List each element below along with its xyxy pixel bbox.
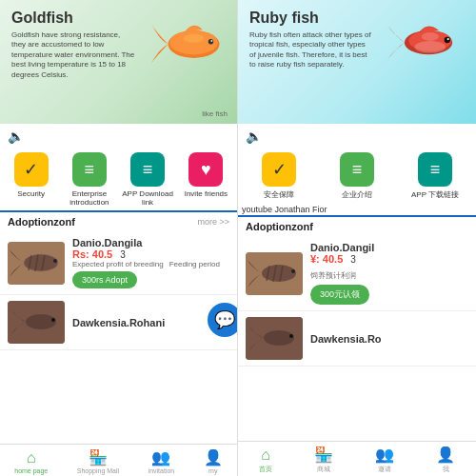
invite-icon-box: ♥ xyxy=(188,152,223,187)
left-fish-item-1: Danio.Dangila Rs: 40.5 3 Expected profit… xyxy=(0,231,237,295)
right-download-label: APP 下载链接 xyxy=(411,189,459,200)
rubyfish-image xyxy=(386,14,471,76)
right-download-menu-item[interactable]: ≡ APP 下载链接 xyxy=(409,152,462,200)
danio-price-row-right: ¥: 40.5 3 xyxy=(310,253,468,265)
danio-count-left: 3 xyxy=(120,249,126,260)
danio-price-row-left: Rs: 40.5 3 xyxy=(72,248,229,260)
nav-my-left[interactable]: 👤 my xyxy=(204,448,223,474)
my-icon-right: 👤 xyxy=(436,446,455,464)
danio-info-right: Danio.Dangil ¥: 40.5 3 饲养预计利润 300元认领 xyxy=(310,242,468,305)
chat-support-button[interactable]: 💬 xyxy=(208,303,238,337)
danio-name-left: Danio.Dangila xyxy=(72,237,229,248)
svg-point-11 xyxy=(53,259,57,263)
svg-point-26 xyxy=(291,269,295,273)
invite-icon: ♥ xyxy=(201,160,211,180)
right-fish-item-1: Danio.Dangil ¥: 40.5 3 饲养预计利润 300元认领 xyxy=(238,236,476,311)
svg-point-20 xyxy=(422,32,439,41)
danio-thumb-left xyxy=(8,242,65,285)
right-enterprise-icon-box: ≡ xyxy=(340,152,374,187)
nav-invitation-left[interactable]: 👥 invitation xyxy=(149,448,175,474)
dawkensia-info-left: Dawkensia.Rohani xyxy=(72,317,229,328)
invitation-icon-right: 👥 xyxy=(375,446,394,464)
left-bottom-nav: ⌂ home page 🏪 Shopping Mall 👥 invitation… xyxy=(0,444,237,476)
svg-point-4 xyxy=(184,34,205,43)
right-security-icon: ✓ xyxy=(272,159,287,180)
danio-info-left: Danio.Dangila Rs: 40.5 3 Expected profit… xyxy=(72,237,229,288)
right-panel: Ruby fish Ruby fish often attack other t… xyxy=(238,0,476,476)
left-section-title: Adoptionzonf xyxy=(8,216,75,228)
danio-feeding-left: Feeding period xyxy=(169,260,220,268)
danio-count-right: 3 xyxy=(350,254,356,265)
svg-point-13 xyxy=(26,314,56,329)
speaker-icon: 🔈 xyxy=(8,129,24,144)
nav-invitation-label-right: 邀请 xyxy=(378,465,391,474)
goldfish-desc: Goldfish have strong resistance, they ar… xyxy=(11,30,135,80)
my-icon-left: 👤 xyxy=(204,448,223,466)
shop-icon-right: 🏪 xyxy=(314,446,333,464)
danio-price-right: ¥: 40.5 xyxy=(310,253,343,265)
svg-point-29 xyxy=(289,334,293,338)
svg-point-2 xyxy=(208,39,213,44)
rubyfish-card: Ruby fish Ruby fish often attack other t… xyxy=(238,0,476,124)
security-icon: ✓ xyxy=(24,159,38,180)
right-security-icon-box: ✓ xyxy=(262,152,296,187)
nav-my-label-left: my xyxy=(208,467,217,474)
enterprise-label: Enterprise introduction xyxy=(63,189,115,207)
download-menu-item[interactable]: ≡ APP Download link xyxy=(122,152,174,207)
left-more-link[interactable]: more >> xyxy=(197,217,229,227)
invite-label: Invite friends xyxy=(185,189,228,198)
right-download-icon: ≡ xyxy=(430,160,441,180)
nav-home-label-right: 首页 xyxy=(259,465,272,474)
right-enterprise-menu-item[interactable]: ≡ 企业介绍 xyxy=(331,152,384,200)
enterprise-menu-item[interactable]: ≡ Enterprise introduction xyxy=(63,152,115,207)
enterprise-icon: ≡ xyxy=(85,160,95,180)
nav-my-label-right: 我 xyxy=(443,465,449,474)
svg-point-3 xyxy=(211,40,213,42)
youtube-watermark: youtube Jonathan Fior xyxy=(238,204,476,215)
danio-profit-left: Expected profit of breeding xyxy=(72,260,164,268)
danio-profit-right: 饲养预计利润 xyxy=(310,271,356,280)
right-bottom-nav: ⌂ 首页 🏪 商城 👥 邀请 👤 我 xyxy=(238,441,476,476)
right-fish-item-2: Dawkensia.Ro xyxy=(238,311,476,367)
security-icon-box: ✓ xyxy=(14,152,49,187)
adopt-button-left[interactable]: 300rs Adopt xyxy=(72,271,137,288)
goldfish-image xyxy=(147,14,232,76)
right-download-icon-box: ≡ xyxy=(418,152,452,187)
nav-home-right[interactable]: ⌂ 首页 xyxy=(259,446,272,474)
nav-shop-label-left: Shopping Mall xyxy=(77,467,119,474)
nav-home-left[interactable]: ⌂ home page xyxy=(14,449,48,474)
adopt-button-right[interactable]: 300元认领 xyxy=(310,285,369,305)
svg-point-14 xyxy=(51,318,55,322)
right-icon-menu: ✓ 安全保障 ≡ 企业介绍 ≡ APP 下载链接 xyxy=(238,149,476,204)
right-security-menu-item[interactable]: ✓ 安全保障 xyxy=(253,152,306,200)
danio-price-left: Rs: 40.5 xyxy=(72,248,112,260)
svg-point-18 xyxy=(445,37,450,43)
left-speaker-row: 🔈 xyxy=(0,124,237,149)
security-menu-item[interactable]: ✓ Security xyxy=(5,152,57,207)
dawkensia-thumb-right xyxy=(246,317,303,360)
nav-invitation-right[interactable]: 👥 邀请 xyxy=(375,446,394,474)
nav-shop-right[interactable]: 🏪 商城 xyxy=(314,446,333,474)
left-fish-item-2: Dawkensia.Rohani xyxy=(0,295,237,350)
svg-point-28 xyxy=(264,330,294,346)
right-enterprise-label: 企业介绍 xyxy=(342,189,372,200)
nav-shop-left[interactable]: 🏪 Shopping Mall xyxy=(77,448,119,474)
svg-point-17 xyxy=(415,41,446,53)
nav-my-right[interactable]: 👤 我 xyxy=(436,446,455,474)
security-label: Security xyxy=(17,189,45,198)
nav-invitation-label-left: invitation xyxy=(149,467,175,474)
goldfish-card: Goldfish Goldfish have strong resistance… xyxy=(0,0,237,124)
right-security-label: 安全保障 xyxy=(264,189,294,200)
shop-icon-left: 🏪 xyxy=(89,448,108,466)
invite-menu-item[interactable]: ♥ Invite friends xyxy=(180,152,232,207)
home-icon-left: ⌂ xyxy=(27,449,36,466)
danio-thumb-right xyxy=(246,252,303,295)
download-icon-box: ≡ xyxy=(130,152,165,187)
dawkensia-info-right: Dawkensia.Ro xyxy=(310,333,468,345)
home-icon-right: ⌂ xyxy=(261,446,270,464)
left-section-header: Adoptionzonf more >> xyxy=(0,210,237,231)
right-section-header: Adoptionzonf xyxy=(238,215,476,236)
left-panel: Goldfish Goldfish have strong resistance… xyxy=(0,0,238,476)
rubyfish-desc: Ruby fish often attack other types of tr… xyxy=(249,30,373,70)
right-speaker-row: 🔈 xyxy=(238,124,476,149)
